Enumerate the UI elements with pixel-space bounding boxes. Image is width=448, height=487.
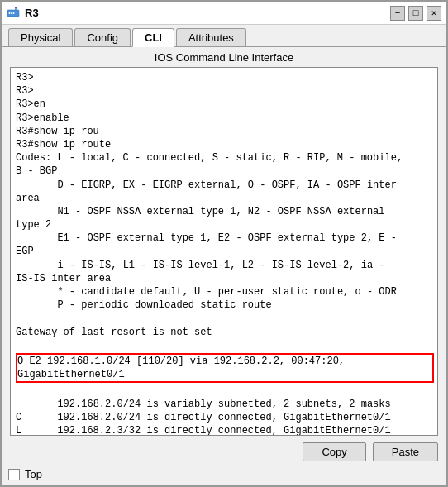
button-row: Copy Paste xyxy=(2,439,446,466)
paste-button[interactable]: Paste xyxy=(373,442,438,461)
svg-point-2 xyxy=(11,12,12,14)
highlighted-route: O E2 192.168.1.0/24 [110/20] via 192.168… xyxy=(16,353,434,383)
main-window: R3 − □ ✕ Physical Config CLI Attributes … xyxy=(0,0,448,487)
window-title: R3 xyxy=(25,7,39,19)
tab-physical[interactable]: Physical xyxy=(8,28,73,46)
svg-point-1 xyxy=(9,12,11,14)
title-bar: R3 − □ ✕ xyxy=(2,2,446,25)
cli-scroll[interactable]: R3> R3> R3>en R3>enable R3#show ip rou R… xyxy=(11,68,437,435)
top-checkbox[interactable] xyxy=(8,469,20,480)
cli-output: R3> R3> R3>en R3>enable R3#show ip rou R… xyxy=(16,71,434,435)
svg-point-3 xyxy=(13,12,15,14)
cli-area: R3> R3> R3>en R3>enable R3#show ip rou R… xyxy=(10,67,438,436)
tab-bar: Physical Config CLI Attributes xyxy=(2,25,446,47)
cli-line: R3> R3> R3>en R3>enable R3#show ip rou R… xyxy=(16,72,403,338)
tab-attributes[interactable]: Attributes xyxy=(176,28,246,46)
section-title: IOS Command Line Interface xyxy=(2,47,446,67)
tab-config[interactable]: Config xyxy=(74,28,131,46)
close-button[interactable]: ✕ xyxy=(427,6,441,21)
restore-button[interactable]: □ xyxy=(408,6,423,21)
title-controls: − □ ✕ xyxy=(390,6,441,21)
copy-button[interactable]: Copy xyxy=(303,442,365,461)
title-bar-left: R3 xyxy=(7,7,39,20)
svg-point-5 xyxy=(15,7,17,8)
router-icon xyxy=(7,7,20,20)
tab-cli[interactable]: CLI xyxy=(132,28,174,47)
minimize-button[interactable]: − xyxy=(390,6,405,21)
bottom-row: Top xyxy=(2,466,446,485)
cli-line-2: 192.168.2.0/24 is variably subnetted, 2 … xyxy=(16,399,391,436)
top-label: Top xyxy=(25,468,42,480)
